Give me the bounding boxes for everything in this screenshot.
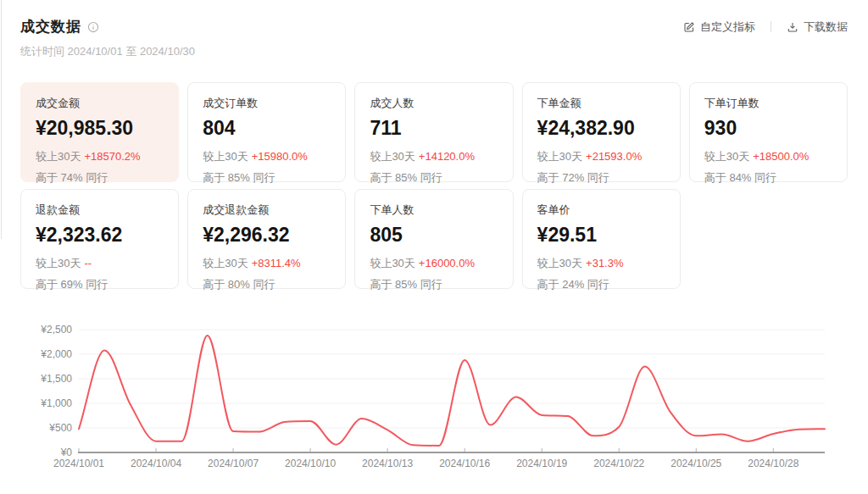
transaction-data-panel: 成交数据 自定义指标	[0, 0, 868, 473]
card-deal-buyers[interactable]: 成交人数 711 较上30天+14120.0% 高于 85% 同行	[354, 82, 513, 182]
x-axis-tick-label: 2024/10/04	[131, 458, 181, 469]
card-deal-amount[interactable]: 成交金额 ¥20,985.30 较上30天+18570.2% 高于 74% 同行	[20, 82, 179, 182]
card-change: +15980.0%	[252, 150, 308, 163]
card-order-buyers[interactable]: 下单人数 805 较上30天+16000.0% 高于 85% 同行	[354, 189, 513, 289]
card-value: 930	[704, 117, 832, 140]
download-data-button[interactable]: 下载数据	[787, 19, 848, 35]
card-avg-order-value[interactable]: 客单价 ¥29.51 较上30天+31.3% 高于 24% 同行	[522, 189, 681, 289]
card-change: +18500.0%	[753, 150, 809, 163]
card-value: 805	[370, 224, 498, 247]
card-benchmark: 高于 84% 同行	[704, 170, 832, 186]
x-axis-tick-label: 2024/10/01	[53, 458, 104, 469]
card-compare-label: 较上30天	[537, 150, 582, 163]
card-title: 下单订单数	[704, 96, 832, 111]
card-title: 成交退款金额	[203, 203, 331, 218]
trend-chart-svg[interactable]: ¥0¥500¥1,000¥1,500¥2,000¥2,5002024/10/01…	[20, 316, 848, 473]
edit-icon	[683, 21, 695, 33]
customize-metrics-button[interactable]: 自定义指标	[683, 19, 755, 35]
card-benchmark: 高于 85% 同行	[370, 277, 498, 292]
customize-metrics-label: 自定义指标	[700, 19, 755, 35]
y-axis-tick-label: ¥0	[60, 447, 73, 458]
card-title: 退款金额	[36, 203, 164, 218]
card-change: +14120.0%	[419, 150, 475, 163]
info-icon[interactable]	[87, 21, 99, 33]
card-change: +21593.0%	[586, 150, 642, 163]
page-title: 成交数据	[20, 17, 81, 36]
page-edge-divider	[1, 0, 2, 239]
card-change: +31.3%	[586, 257, 623, 269]
card-benchmark: 高于 80% 同行	[203, 277, 331, 292]
card-value: ¥24,382.90	[537, 117, 665, 140]
header-actions: 自定义指标 下载数据	[683, 19, 848, 35]
card-title: 下单金额	[537, 96, 665, 111]
card-value: ¥2,323.62	[36, 224, 164, 247]
x-axis-tick-label: 2024/10/07	[208, 458, 259, 469]
revenue-line-series	[79, 336, 825, 446]
card-title: 成交人数	[370, 96, 498, 111]
statistics-period: 统计时间 2024/10/01 至 2024/10/30	[20, 44, 848, 59]
card-deal-refund-amount[interactable]: 成交退款金额 ¥2,296.32 较上30天+8311.4% 高于 80% 同行	[187, 189, 346, 289]
card-compare-label: 较上30天	[537, 257, 582, 269]
y-axis-tick-label: ¥1,500	[40, 373, 72, 385]
card-change: +16000.0%	[419, 257, 475, 269]
metric-cards-grid: 成交金额 ¥20,985.30 较上30天+18570.2% 高于 74% 同行…	[20, 82, 848, 289]
card-benchmark: 高于 69% 同行	[36, 277, 164, 292]
y-axis-tick-label: ¥2,500	[40, 324, 72, 336]
card-change: +8311.4%	[252, 257, 301, 269]
card-title: 下单人数	[370, 203, 498, 218]
x-axis-tick-label: 2024/10/22	[593, 458, 644, 469]
card-value: 711	[370, 117, 498, 140]
x-axis-tick-label: 2024/10/16	[439, 458, 490, 469]
card-compare-label: 较上30天	[36, 150, 81, 163]
y-axis-tick-label: ¥1,000	[40, 397, 72, 409]
card-title: 客单价	[537, 203, 665, 218]
x-axis-tick-label: 2024/10/19	[516, 458, 567, 469]
card-benchmark: 高于 85% 同行	[203, 170, 331, 186]
card-order-amount[interactable]: 下单金额 ¥24,382.90 较上30天+21593.0% 高于 72% 同行	[522, 82, 681, 182]
card-benchmark: 高于 74% 同行	[36, 170, 164, 186]
card-value: ¥20,985.30	[36, 117, 164, 140]
card-change: +18570.2%	[84, 150, 140, 163]
card-order-count[interactable]: 下单订单数 930 较上30天+18500.0% 高于 84% 同行	[689, 82, 848, 182]
card-benchmark: 高于 72% 同行	[537, 170, 665, 186]
x-axis-tick-label: 2024/10/10	[285, 458, 336, 469]
card-compare-label: 较上30天	[203, 257, 248, 269]
card-title: 成交金额	[36, 96, 164, 111]
card-value: 804	[203, 117, 331, 140]
actions-divider	[771, 21, 771, 32]
card-value: ¥2,296.32	[203, 224, 331, 247]
card-value: ¥29.51	[537, 224, 665, 247]
card-title: 成交订单数	[203, 96, 331, 111]
card-compare-label: 较上30天	[370, 150, 415, 163]
card-benchmark: 高于 24% 同行	[537, 277, 665, 292]
x-axis-tick-label: 2024/10/25	[670, 458, 721, 469]
sales-trend-chart[interactable]: ¥0¥500¥1,000¥1,500¥2,000¥2,5002024/10/01…	[20, 316, 848, 473]
card-change: --	[84, 257, 92, 269]
x-axis-tick-label: 2024/10/28	[748, 458, 798, 469]
download-data-label: 下载数据	[804, 19, 848, 35]
download-icon	[787, 21, 798, 33]
card-compare-label: 较上30天	[704, 150, 749, 163]
y-axis-tick-label: ¥500	[48, 422, 72, 434]
card-refund-amount[interactable]: 退款金额 ¥2,323.62 较上30天-- 高于 69% 同行	[20, 189, 179, 289]
y-axis-tick-label: ¥2,000	[40, 348, 72, 360]
panel-header: 成交数据 自定义指标	[20, 17, 848, 36]
card-deal-orders[interactable]: 成交订单数 804 较上30天+15980.0% 高于 85% 同行	[187, 82, 346, 182]
card-compare-label: 较上30天	[36, 257, 81, 269]
card-benchmark: 高于 85% 同行	[370, 170, 498, 186]
card-compare-label: 较上30天	[203, 150, 248, 163]
card-compare-label: 较上30天	[370, 257, 415, 269]
x-axis-tick-label: 2024/10/13	[362, 458, 413, 469]
